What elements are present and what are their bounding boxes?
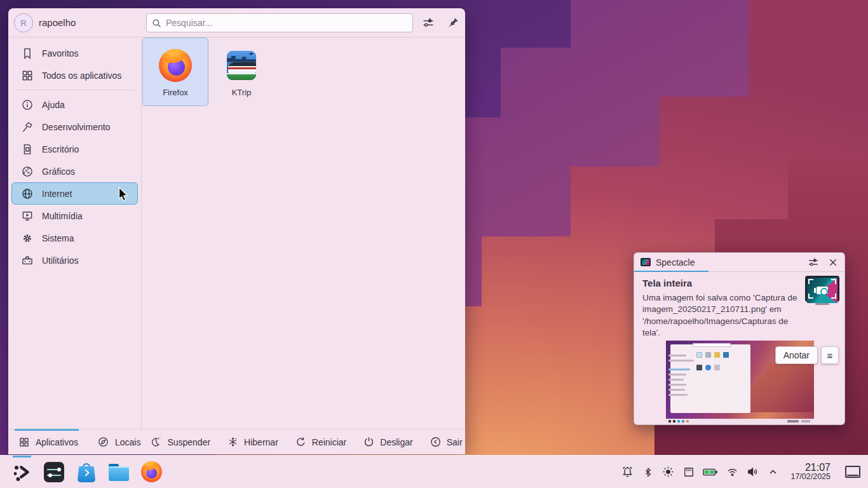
sidebar-item-graficos[interactable]: Gráficos (11, 160, 138, 182)
suspend-icon: zz (150, 436, 162, 448)
sidebar-item-label: Ajuda (42, 100, 65, 110)
clock-time: 21:07 (790, 462, 831, 473)
sidebar-item-label: Multimídia (42, 211, 83, 221)
sidebar-item-label: Desenvolvimento (42, 122, 110, 132)
sidebar-item-internet[interactable]: Internet (11, 182, 138, 205)
peek-desktop-widget[interactable] (845, 466, 860, 478)
notification-header: Spectacle (634, 253, 844, 272)
sidebar-item-escritorio[interactable]: Escritório (11, 138, 138, 160)
system-settings-button[interactable] (43, 461, 65, 483)
clock-date: 17/02/2025 (790, 473, 831, 482)
spectacle-notification: Spectacle Tela inteira Uma imagem foi sa… (634, 252, 845, 425)
pin-icon[interactable] (445, 16, 459, 30)
wifi-icon[interactable] (726, 465, 739, 478)
shutdown-icon (363, 436, 375, 448)
firefox-task-button[interactable] (140, 461, 162, 483)
sidebar-item-sistema[interactable]: Sistema (11, 227, 138, 249)
gear-icon (20, 231, 34, 245)
bluetooth-icon[interactable] (641, 465, 654, 478)
app-label: Firefox (163, 88, 188, 97)
app-tile-ktrip[interactable]: KTrip (208, 37, 275, 106)
search-input[interactable] (147, 14, 412, 32)
active-task-indicator (13, 456, 31, 458)
sidebar-item-label: Utilitários (42, 255, 79, 266)
digital-clock[interactable]: 21:07 17/02/2025 (790, 462, 831, 482)
battery-icon[interactable] (702, 465, 719, 478)
hamburger-icon: ≡ (827, 350, 833, 361)
sidebar-item-label: Internet (42, 189, 72, 199)
hammer-icon (20, 120, 34, 133)
sidebar-item-multimidia[interactable]: Multimídia (11, 205, 138, 227)
button-label: Sair (447, 437, 463, 447)
hibernate-button[interactable]: z Hibernar (227, 436, 278, 448)
tab-label: Aplicativos (36, 437, 78, 447)
hibernate-icon: z (227, 436, 239, 448)
avatar[interactable]: R (14, 13, 33, 32)
document-icon (20, 142, 34, 156)
sidebar-item-utilitarios[interactable]: Utilitários (11, 249, 138, 271)
sidebar-separator (16, 90, 133, 90)
firefox-icon (157, 47, 194, 84)
notification-timeout-bar (634, 271, 709, 272)
dolphin-button[interactable] (108, 461, 130, 483)
sidebar-item-favoritos[interactable]: Favoritos (11, 42, 138, 64)
annotate-button[interactable]: Anotar (775, 346, 818, 364)
tab-aplicativos[interactable]: Aplicativos (8, 430, 88, 454)
search-input-wrap (146, 13, 413, 32)
spectacle-mini-icon (641, 258, 651, 266)
bookmark-icon (20, 46, 34, 60)
notification-body: Uma imagem foi salva como 'Captura de im… (642, 292, 803, 339)
logout-button[interactable]: Sair (430, 436, 465, 448)
apps-grid-icon (18, 436, 30, 448)
system-settings-icon (44, 462, 64, 482)
brightness-icon[interactable] (661, 465, 675, 478)
volume-icon[interactable] (746, 465, 759, 478)
launcher-sidebar: Favoritos Todos os aplicativos Ajuda Des… (8, 37, 142, 429)
info-icon (20, 98, 34, 111)
close-icon[interactable] (828, 257, 838, 268)
firefox-icon (141, 461, 162, 482)
app-tile-firefox[interactable]: Firefox (142, 37, 208, 106)
application-launcher: R rapoelho Favoritos Todos os aplicativo… (8, 8, 465, 454)
button-label: Desligar (380, 437, 412, 447)
sidebar-item-desenvolvimento[interactable]: Desenvolvimento (11, 116, 138, 138)
notification-configure-icon[interactable] (808, 257, 819, 268)
spectacle-app-icon (805, 276, 839, 305)
sidebar-item-todos-os-aplicativos[interactable]: Todos os aplicativos (11, 64, 138, 86)
app-grid: Firefox KTrip (142, 37, 465, 429)
clipboard-icon[interactable] (682, 465, 695, 478)
restart-icon (295, 436, 307, 448)
sidebar-item-ajuda[interactable]: Ajuda (11, 93, 138, 116)
launcher-footer: Aplicativos Locais zz Suspender z Hibern… (8, 429, 465, 454)
camera-icon (817, 287, 828, 294)
thumbnail-menu-button[interactable]: ≡ (821, 346, 839, 364)
monitor-play-icon (20, 209, 34, 222)
sidebar-item-label: Sistema (42, 233, 74, 243)
compass-icon (97, 436, 109, 448)
folder-icon (108, 464, 130, 482)
notification-title: Tela inteira (642, 278, 692, 288)
sidebar-item-label: Favoritos (42, 48, 79, 58)
configure-icon[interactable] (421, 16, 435, 30)
shutdown-button[interactable]: Desligar (363, 436, 412, 448)
active-tab-indicator (15, 429, 79, 431)
tab-label: Locais (115, 437, 140, 447)
discover-button[interactable] (76, 461, 97, 483)
launcher-header: R rapoelho (8, 8, 465, 37)
avatar-initial: R (20, 18, 26, 28)
tray-expand-chevron-icon[interactable] (766, 465, 780, 478)
restart-button[interactable]: Reiniciar (295, 436, 346, 448)
launcher-button[interactable] (11, 461, 32, 483)
tab-locais[interactable]: Locais (88, 430, 150, 454)
annotate-label: Anotar (783, 350, 810, 360)
sidebar-item-label: Todos os aplicativos (42, 71, 121, 81)
image-icon (20, 165, 34, 178)
taskbar: 21:07 17/02/2025 (0, 455, 868, 488)
notifications-bell-icon[interactable] (621, 465, 634, 478)
globe-icon (20, 187, 34, 200)
svg-text:z: z (159, 437, 161, 439)
button-label: Reiniciar (312, 437, 346, 447)
suspend-button[interactable]: zz Suspender (150, 436, 210, 448)
svg-text:z: z (235, 437, 236, 440)
app-label: KTrip (232, 88, 252, 97)
